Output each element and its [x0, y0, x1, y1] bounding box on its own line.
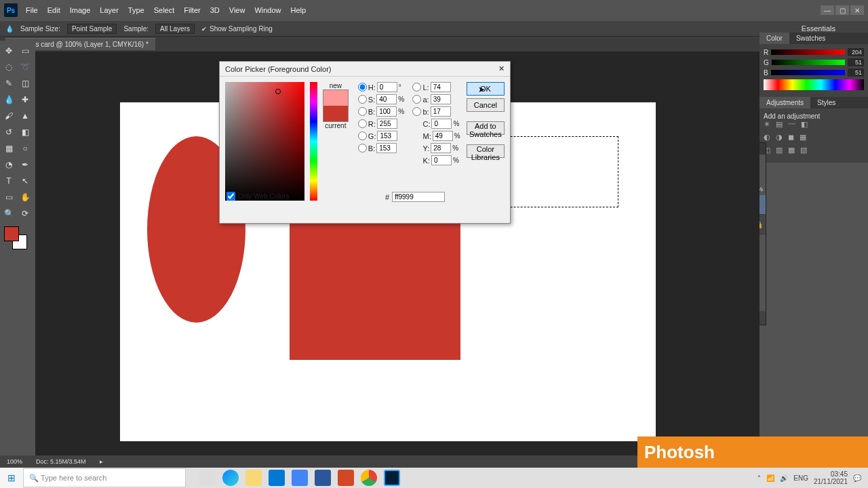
color-spectrum[interactable]	[764, 79, 864, 90]
eraser-tool[interactable]: ◧	[18, 125, 33, 140]
photoshop-taskbar-icon[interactable]	[384, 470, 400, 486]
word-icon[interactable]	[315, 470, 331, 486]
hue-slider[interactable]	[310, 82, 317, 201]
levels-icon[interactable]: ▤	[776, 120, 783, 129]
quick-select-tool[interactable]: ✎	[1, 76, 16, 91]
br-radio[interactable]	[358, 144, 367, 152]
g-slider[interactable]	[772, 60, 845, 65]
g-value[interactable]: 51	[848, 58, 864, 66]
exposure-icon[interactable]: ◧	[801, 120, 808, 129]
tab-adjustments[interactable]: Adjustments	[760, 97, 810, 108]
a-radio[interactable]	[412, 95, 421, 104]
hue-icon[interactable]: ◑	[776, 133, 783, 142]
menu-file[interactable]: File	[26, 6, 38, 14]
type-tool[interactable]: T	[1, 174, 16, 188]
curves-icon[interactable]: 〰	[788, 120, 795, 129]
s-input[interactable]	[376, 94, 397, 104]
blu-input[interactable]	[376, 143, 397, 153]
tray-chevron-icon[interactable]: ˄	[757, 474, 761, 482]
sample-dropdown[interactable]: All Layers	[155, 24, 195, 34]
menu-image[interactable]: Image	[70, 6, 91, 14]
gradient-tool[interactable]: ▦	[1, 141, 16, 156]
k-input[interactable]	[431, 155, 452, 165]
menu-edit[interactable]: Edit	[47, 6, 60, 14]
y-input[interactable]	[431, 143, 451, 153]
color-field[interactable]	[225, 82, 304, 201]
menu-view[interactable]: View	[229, 6, 245, 14]
a-input[interactable]	[431, 94, 451, 104]
eyedropper-icon[interactable]: 💧	[5, 25, 14, 33]
hex-input[interactable]	[392, 192, 445, 202]
b-value[interactable]: 51	[848, 68, 864, 77]
zoom-tool[interactable]: 🔍	[1, 206, 16, 221]
dialog-close-icon[interactable]: ✕	[498, 64, 505, 73]
store-icon[interactable]	[269, 470, 285, 486]
move-tool[interactable]: ✥	[1, 43, 16, 58]
mail-icon[interactable]	[292, 470, 308, 486]
vibrance-icon[interactable]: ◐	[764, 133, 770, 142]
stamp-tool[interactable]: ▲	[18, 108, 33, 123]
gradient-map-icon[interactable]: ▧	[800, 146, 807, 155]
explorer-icon[interactable]	[245, 470, 262, 486]
start-button[interactable]: ⊞	[0, 468, 23, 488]
eyedropper-tool[interactable]: 💧	[1, 92, 16, 107]
menu-window[interactable]: Window	[254, 6, 281, 14]
shape-tool[interactable]: ▭	[1, 190, 16, 205]
menu-select[interactable]: Select	[154, 6, 175, 14]
status-flyout-icon[interactable]: ▸	[100, 458, 103, 465]
lasso-tool[interactable]: ➰	[18, 60, 33, 75]
l-input[interactable]	[431, 82, 451, 92]
h-radio[interactable]	[358, 83, 367, 92]
threshold-icon[interactable]: ▩	[788, 146, 795, 155]
dodge-tool[interactable]: ◔	[1, 157, 16, 172]
edge-icon[interactable]	[222, 470, 239, 486]
workspace-switcher[interactable]: Essentials	[802, 24, 835, 33]
color-libraries-button[interactable]: Color Libraries	[467, 144, 505, 158]
tray-date[interactable]: 21/11/2021	[814, 478, 848, 485]
task-view-icon[interactable]	[199, 470, 216, 486]
r-value[interactable]: 204	[848, 48, 864, 56]
notifications-icon[interactable]: 💬	[853, 474, 861, 482]
show-sampling-ring-checkbox[interactable]: Show Sampling Ring	[201, 25, 273, 33]
r-slider[interactable]	[771, 49, 845, 55]
window-minimize-button[interactable]: —	[821, 5, 834, 15]
b-slider[interactable]	[771, 70, 845, 75]
cancel-button[interactable]: Cancel	[467, 98, 505, 112]
photo-filter-icon[interactable]: ▦	[800, 133, 806, 142]
marquee-tool[interactable]: ◌	[1, 60, 16, 75]
h-input[interactable]	[377, 82, 397, 92]
bw-icon[interactable]: ◼	[788, 133, 794, 142]
c-input[interactable]	[431, 119, 452, 129]
photos-icon[interactable]	[338, 470, 354, 486]
l-radio[interactable]	[412, 83, 421, 92]
lb-radio[interactable]	[412, 107, 421, 116]
color-swatches[interactable]	[4, 226, 27, 249]
menu-filter[interactable]: Filter	[184, 6, 200, 14]
gr-radio[interactable]	[358, 131, 367, 140]
menu-type[interactable]: Type	[128, 6, 144, 14]
window-close-button[interactable]: ✕	[850, 5, 864, 15]
tab-swatches[interactable]: Swatches	[789, 33, 832, 44]
zoom-readout[interactable]: 100%	[7, 458, 22, 465]
ok-button[interactable]: OK	[467, 82, 505, 96]
add-to-swatches-button[interactable]: Add to Swatches	[467, 121, 505, 135]
bri-input[interactable]	[376, 106, 397, 117]
rr-radio[interactable]	[358, 119, 367, 128]
tray-volume-icon[interactable]: 🔊	[780, 474, 788, 482]
rotate-tool[interactable]: ⟳	[18, 206, 33, 221]
menu-3d[interactable]: 3D	[210, 6, 220, 14]
artboard-tool[interactable]: ▭	[18, 43, 33, 58]
path-tool[interactable]: ↖	[18, 174, 33, 188]
m-input[interactable]	[433, 131, 453, 141]
history-brush-tool[interactable]: ↺	[1, 125, 16, 140]
tab-styles[interactable]: Styles	[810, 97, 842, 108]
s-radio[interactable]	[358, 95, 367, 104]
lb-input[interactable]	[431, 106, 451, 117]
r-input[interactable]	[377, 119, 397, 129]
brush-tool[interactable]: 🖌	[1, 108, 16, 123]
tray-wifi-icon[interactable]: 📶	[766, 474, 774, 482]
chrome-icon[interactable]	[361, 470, 377, 486]
only-web-colors-checkbox[interactable]	[226, 192, 235, 201]
tab-color[interactable]: Color	[760, 33, 789, 44]
blur-tool[interactable]: ○	[18, 141, 33, 156]
